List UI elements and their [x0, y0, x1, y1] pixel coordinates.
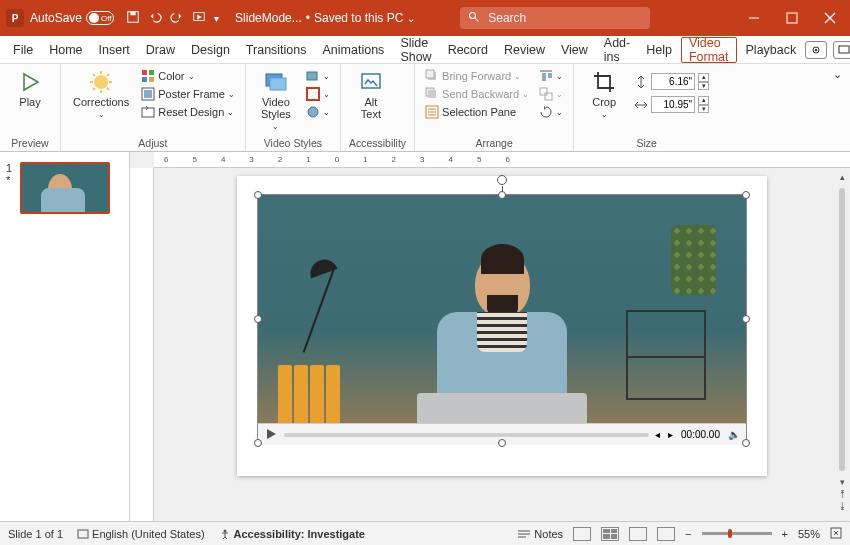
- tab-help[interactable]: Help: [639, 37, 679, 63]
- zoom-level[interactable]: 55%: [798, 528, 820, 540]
- resize-handle[interactable]: [498, 191, 506, 199]
- tab-video-format[interactable]: Video Format: [681, 37, 737, 63]
- tab-animations[interactable]: Animations: [316, 37, 392, 63]
- bring-forward-button[interactable]: Bring Forward ⌄: [423, 68, 531, 84]
- minimize-button[interactable]: [740, 4, 768, 32]
- corrections-button[interactable]: Corrections ⌄: [69, 68, 133, 121]
- toggle-switch[interactable]: Off: [86, 11, 114, 25]
- ribbon-collapse-icon[interactable]: ⌄: [825, 64, 850, 151]
- accessibility-indicator[interactable]: Accessibility: Investigate: [219, 528, 365, 540]
- resize-handle[interactable]: [254, 315, 262, 323]
- video-mute-icon[interactable]: 🔈: [728, 429, 740, 440]
- resize-handle[interactable]: [254, 191, 262, 199]
- alt-text-button[interactable]: Alt Text: [349, 68, 393, 122]
- slide[interactable]: ◂ ▸ 00:00.00 🔈: [237, 176, 767, 476]
- qat-more-icon[interactable]: ▾: [214, 13, 219, 24]
- video-play-icon[interactable]: [264, 427, 278, 443]
- scroll-thumb[interactable]: [839, 188, 845, 471]
- resize-handle[interactable]: [742, 315, 750, 323]
- zoom-out-icon[interactable]: −: [685, 528, 691, 540]
- video-shape-button[interactable]: ⌄: [304, 68, 332, 84]
- language-indicator[interactable]: English (United States): [77, 528, 205, 540]
- document-title[interactable]: SlideMode... • Saved to this PC ⌄: [235, 11, 415, 25]
- tab-addins[interactable]: Add-ins: [597, 37, 637, 63]
- chevron-down-icon[interactable]: ⌄: [407, 13, 415, 24]
- zoom-slider[interactable]: [702, 532, 772, 535]
- svg-line-20: [107, 74, 109, 76]
- tab-view[interactable]: View: [554, 37, 595, 63]
- slide-thumbnail-pane[interactable]: 1*: [0, 152, 130, 521]
- slide-indicator[interactable]: Slide 1 of 1: [8, 528, 63, 540]
- tab-design[interactable]: Design: [184, 37, 237, 63]
- tab-transitions[interactable]: Transitions: [239, 37, 314, 63]
- play-button[interactable]: Play: [8, 68, 52, 110]
- tab-record[interactable]: Record: [441, 37, 495, 63]
- scroll-down-icon[interactable]: ▾: [840, 477, 845, 487]
- tab-draw[interactable]: Draw: [139, 37, 182, 63]
- tab-playback[interactable]: Playback: [739, 37, 804, 63]
- resize-handle[interactable]: [742, 439, 750, 447]
- zoom-in-icon[interactable]: +: [782, 528, 788, 540]
- svg-rect-27: [144, 90, 152, 98]
- height-field[interactable]: ▴▾: [632, 72, 711, 91]
- width-spinner[interactable]: ▴▾: [698, 96, 709, 113]
- tab-review[interactable]: Review: [497, 37, 552, 63]
- svg-point-49: [223, 529, 226, 532]
- reset-design-button[interactable]: Reset Design ⌄: [139, 104, 237, 120]
- start-icon[interactable]: [192, 10, 206, 27]
- video-effects-button[interactable]: ⌄: [304, 104, 332, 120]
- resize-handle[interactable]: [254, 439, 262, 447]
- redo-icon[interactable]: [170, 10, 184, 27]
- svg-rect-28: [142, 108, 154, 117]
- undo-icon[interactable]: [148, 10, 162, 27]
- camera-icon[interactable]: [805, 41, 827, 59]
- autosave-toggle[interactable]: AutoSave Off: [30, 11, 114, 25]
- slideshow-view-icon[interactable]: [657, 527, 675, 541]
- align-button[interactable]: ⌄: [537, 68, 565, 84]
- video-next-frame-icon[interactable]: ▸: [668, 429, 673, 440]
- scroll-up-icon[interactable]: ▴: [840, 172, 845, 182]
- height-input[interactable]: [651, 73, 695, 90]
- present-icon[interactable]: [833, 41, 850, 59]
- thumbnail-1[interactable]: 1*: [6, 162, 123, 214]
- tab-slideshow[interactable]: Slide Show: [393, 37, 438, 63]
- ribbon: Play Preview Corrections ⌄ Color ⌄ Poste…: [0, 64, 850, 152]
- rotate-handle[interactable]: [497, 175, 507, 185]
- sorter-view-icon[interactable]: [601, 527, 619, 541]
- vertical-scrollbar[interactable]: ▴ ▾ ⭱ ⭳: [836, 172, 848, 511]
- autosave-label: AutoSave: [30, 11, 82, 25]
- next-slide-icon[interactable]: ⭳: [838, 501, 847, 511]
- video-object[interactable]: ◂ ▸ 00:00.00 🔈: [257, 194, 747, 444]
- crop-button[interactable]: Crop ⌄: [582, 68, 626, 121]
- video-seek-track[interactable]: [284, 433, 649, 437]
- video-styles-button[interactable]: Video Styles ⌄: [254, 68, 298, 133]
- video-prev-frame-icon[interactable]: ◂: [655, 429, 660, 440]
- video-border-button[interactable]: ⌄: [304, 86, 332, 102]
- reading-view-icon[interactable]: [629, 527, 647, 541]
- resize-handle[interactable]: [498, 439, 506, 447]
- close-button[interactable]: [816, 4, 844, 32]
- notes-button[interactable]: Notes: [517, 528, 563, 540]
- search-input[interactable]: [488, 11, 642, 25]
- resize-handle[interactable]: [742, 191, 750, 199]
- color-button[interactable]: Color ⌄: [139, 68, 237, 84]
- thumbnail-image[interactable]: [20, 162, 110, 214]
- prev-slide-icon[interactable]: ⭱: [838, 489, 847, 499]
- poster-frame-button[interactable]: Poster Frame ⌄: [139, 86, 237, 102]
- normal-view-icon[interactable]: [573, 527, 591, 541]
- group-arrange: Bring Forward ⌄ Send Backward ⌄ Selectio…: [415, 64, 574, 151]
- fit-to-window-icon[interactable]: [830, 527, 842, 541]
- selection-pane-button[interactable]: Selection Pane: [423, 104, 531, 120]
- maximize-button[interactable]: [778, 4, 806, 32]
- tab-file[interactable]: File: [6, 37, 40, 63]
- width-input[interactable]: [651, 96, 695, 113]
- send-backward-button[interactable]: Send Backward ⌄: [423, 86, 531, 102]
- width-field[interactable]: ▴▾: [632, 95, 711, 114]
- search-box[interactable]: [460, 7, 650, 29]
- rotate-button[interactable]: ⌄: [537, 104, 565, 120]
- save-icon[interactable]: [126, 10, 140, 27]
- group-button[interactable]: ⌄: [537, 86, 565, 102]
- tab-home[interactable]: Home: [42, 37, 89, 63]
- tab-insert[interactable]: Insert: [92, 37, 137, 63]
- height-spinner[interactable]: ▴▾: [698, 73, 709, 90]
